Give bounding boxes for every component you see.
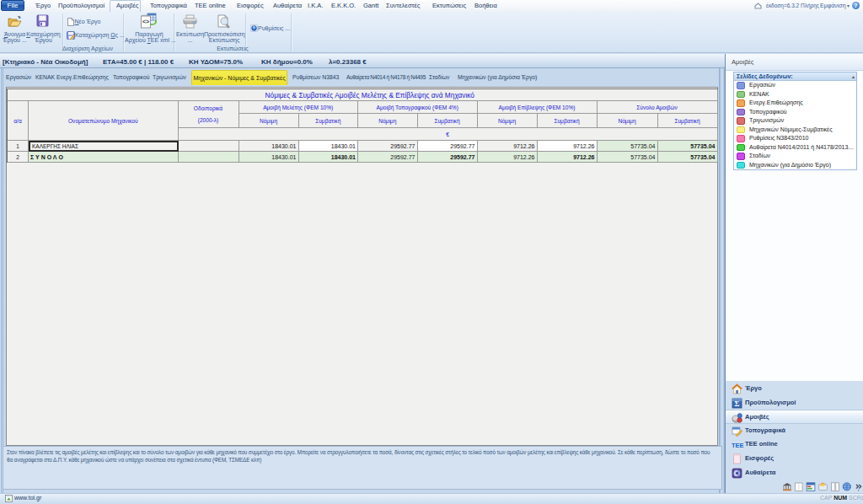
- svg-text:TEE: TEE: [732, 442, 743, 449]
- svg-text:<>: <>: [142, 19, 149, 24]
- svg-text:Σ: Σ: [734, 399, 739, 408]
